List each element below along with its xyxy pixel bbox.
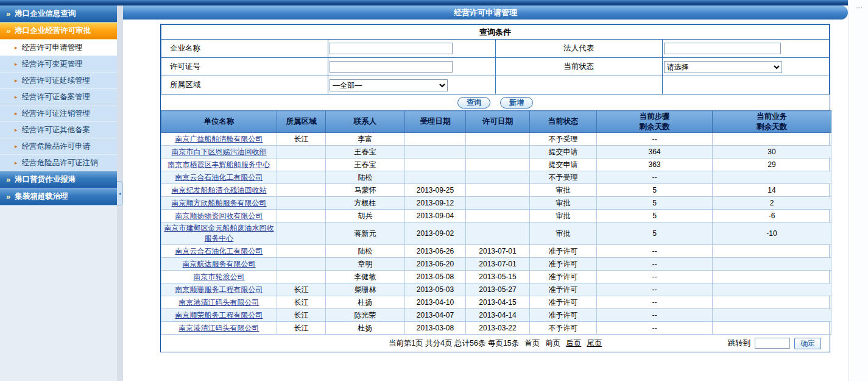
table-cell: 蒋新元 [326, 223, 405, 245]
double-chevron-icon: » [6, 10, 10, 18]
table-cell: 2013-04-14 [466, 309, 530, 322]
company-link[interactable]: 南京市栖霞区丰辉船舶服务中心 [168, 160, 270, 169]
pagination-last[interactable]: 尾页 [587, 338, 602, 349]
sidebar-item-label: 经营许可证其他备案 [22, 125, 91, 135]
sidebar-divider: ◂ [117, 5, 123, 381]
table-cell: 2013-04-07 [405, 309, 466, 322]
table-cell: 准予许可 [530, 245, 597, 258]
company-link[interactable]: 南京顺珊服务工程有限公司 [175, 285, 263, 294]
legal-rep-input[interactable] [664, 43, 781, 54]
jump-page-input[interactable] [755, 338, 790, 349]
table-cell [713, 283, 831, 296]
sidebar-subitem-5[interactable]: ▸经营许可证备案管理 [0, 89, 117, 105]
sidebar-collapse-handle[interactable]: ◂ [117, 181, 123, 205]
table-cell: 不予受理 [530, 133, 597, 146]
table-cell [405, 171, 466, 184]
table-cell: 陈光荣 [326, 309, 405, 322]
company-link[interactable]: 南京航达服务有限公司 [183, 260, 256, 268]
sidebar-subitem-3[interactable]: ▸经营许可变更管理 [0, 56, 117, 73]
right-side-strip: ⋯ [848, 0, 868, 381]
table-cell: 李健敏 [326, 271, 405, 283]
search-button[interactable]: 查询 [457, 97, 490, 109]
company-link[interactable]: 南京顺方欣船舶服务有限公司 [172, 199, 267, 207]
empty-cell [662, 76, 829, 94]
jump-confirm-button[interactable]: 确定 [794, 338, 821, 349]
sidebar-item-label: 经营许可证备案管理 [22, 92, 91, 102]
region-select[interactable]: —全部— [330, 79, 448, 91]
table-cell: 2013-05-03 [405, 283, 466, 296]
table-cell: 李富 [326, 133, 405, 146]
company-link[interactable]: 南京广益船舶清舱有限公司 [175, 135, 263, 143]
table-cell: 2013-03-22 [466, 322, 530, 335]
sidebar-subitem-4[interactable]: ▸经营许可证延续管理 [0, 73, 117, 89]
sidebar-group-1[interactable]: »港口企业经营许可审批 [0, 23, 117, 40]
company-name-input[interactable] [330, 43, 453, 54]
table-cell [466, 171, 530, 184]
table-cell [277, 210, 326, 223]
add-button[interactable]: 新增 [500, 97, 533, 109]
company-link[interactable]: 南京市建邺区金元船舶废油水回收服务中心 [164, 224, 274, 243]
sidebar-subitem-2[interactable]: ▸经营许可申请管理 [0, 40, 117, 56]
table-cell: 提交申请 [530, 158, 597, 171]
sidebar-subitem-8[interactable]: ▸经营危险品许可申请 [0, 138, 117, 155]
table-cell: 2013-07-01 [466, 245, 530, 258]
arrow-icon: ▸ [15, 160, 18, 166]
company-link[interactable]: 南京纪发船舶清仓残油回收站 [172, 186, 267, 194]
sidebar-group-0[interactable]: »港口企业信息查询 [0, 5, 117, 23]
page-title-bar: 经营许可申请管理 [123, 5, 848, 20]
table-cell: -- [597, 283, 713, 296]
table-row: 南京航达服务有限公司章明2013-06-202013-07-01准予许可-- [161, 258, 831, 271]
company-link[interactable]: 南京云合石油化工有限公司 [175, 247, 263, 255]
company-name-cell: 南京纪发船舶清仓残油回收站 [161, 184, 277, 197]
arrow-icon: ▸ [15, 127, 18, 133]
sidebar-subitem-7[interactable]: ▸经营许可证其他备案 [0, 122, 117, 138]
sidebar-item-label: 港口企业信息查询 [15, 9, 76, 19]
data-table-body: 南京广益船舶清舱有限公司长江李富不予受理--南京市白下区恩赐污油回收部王春宝提交… [161, 133, 831, 335]
table-cell: 不予受理 [530, 171, 597, 184]
table-row: 南京云合石油化工有限公司陆松2013-06-262013-07-01准予许可-- [161, 245, 831, 258]
table-row: 南京市轮渡公司李健敏2013-05-082013-05-15准予许可-- [161, 271, 831, 283]
sidebar: »港口企业信息查询»港口企业经营许可审批▸经营许可申请管理▸经营许可变更管理▸经… [0, 5, 117, 381]
page-root: »港口企业信息查询»港口企业经营许可审批▸经营许可申请管理▸经营许可变更管理▸经… [0, 0, 868, 381]
grip-dots-icon: ⋯ [856, 4, 864, 12]
company-link[interactable]: 南京市白下区恩赐污油回收部 [172, 148, 267, 156]
sidebar-subitem-6[interactable]: ▸经营许可证注销管理 [0, 105, 117, 122]
company-link[interactable]: 南京顺扬物资回收有限公司 [175, 212, 263, 220]
sidebar-item-label: 经营危险品许可证注销 [22, 158, 98, 168]
table-row: 南京广益船舶清舱有限公司长江李富不予受理-- [161, 133, 831, 146]
table-cell [713, 133, 831, 146]
table-cell: 王春宝 [326, 146, 405, 158]
sidebar-menu: »港口企业信息查询»港口企业经营许可审批▸经营许可申请管理▸经营许可变更管理▸经… [0, 5, 117, 205]
company-link[interactable]: 南京顺荣船务工程有限公司 [175, 311, 263, 319]
company-name-cell: 南京市建邺区金元船舶废油水回收服务中心 [161, 223, 277, 245]
license-no-input[interactable] [330, 61, 453, 73]
jump-label: 跳转到 [728, 338, 751, 349]
pagination-next[interactable]: 后页 [566, 338, 581, 349]
pagination-first: 首页 [524, 338, 540, 349]
table-cell [405, 158, 466, 171]
company-name-cell: 南京顺珊服务工程有限公司 [161, 283, 277, 296]
double-chevron-icon: » [6, 176, 10, 183]
column-header: 当前状态 [530, 111, 597, 133]
company-link[interactable]: 南京云合石油化工有限公司 [175, 173, 263, 182]
status-select[interactable]: 请选择 [664, 61, 782, 73]
sidebar-group-10[interactable]: »港口普货作业报港 [0, 171, 117, 188]
table-cell: 柴珊林 [326, 283, 405, 296]
company-name-cell: 南京云合石油化工有限公司 [161, 245, 277, 258]
company-name-cell: 南京广益船舶清舱有限公司 [161, 133, 277, 146]
sidebar-group-11[interactable]: »集装箱超载治理 [0, 188, 117, 205]
company-link[interactable]: 南京港清江码头有限公司 [179, 298, 259, 307]
table-cell: 陆松 [326, 171, 405, 184]
company-name-cell: 南京市白下区恩赐污油回收部 [161, 146, 277, 158]
sidebar-subitem-9[interactable]: ▸经营危险品许可证注销 [0, 155, 117, 171]
pagination-summary: 当前第1页 共分4页 总计56条 每页15条 [389, 338, 520, 349]
table-row: 南京纪发船舶清仓残油回收站马蒙怀2013-09-25审批514 [161, 184, 831, 197]
table-cell [405, 146, 466, 158]
table-cell: 陆松 [326, 245, 405, 258]
table-cell [713, 258, 831, 271]
company-link[interactable]: 南京市轮渡公司 [194, 272, 245, 281]
company-link[interactable]: 南京港清江码头有限公司 [179, 324, 259, 332]
table-cell: -- [597, 271, 713, 283]
table-cell [277, 184, 326, 197]
results-table: 单位名称所属区域联系人受理日期许可日期当前状态当前步骤剩余天数当前业务剩余天数 … [161, 110, 831, 335]
